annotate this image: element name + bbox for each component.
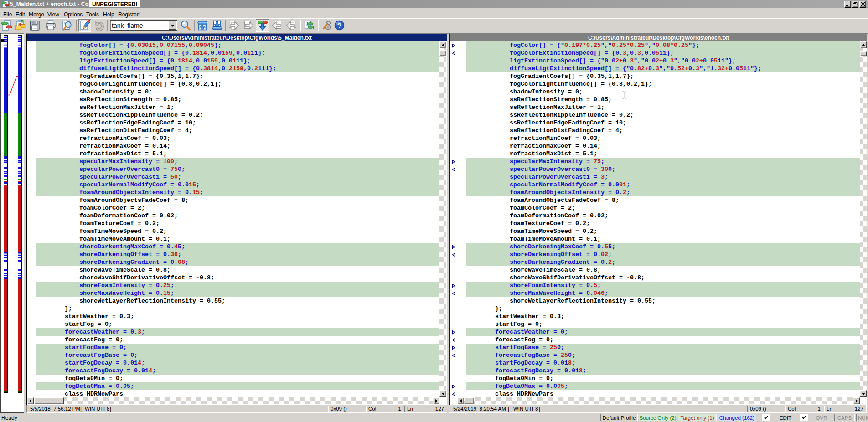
svg-text:?: ? xyxy=(337,21,341,29)
